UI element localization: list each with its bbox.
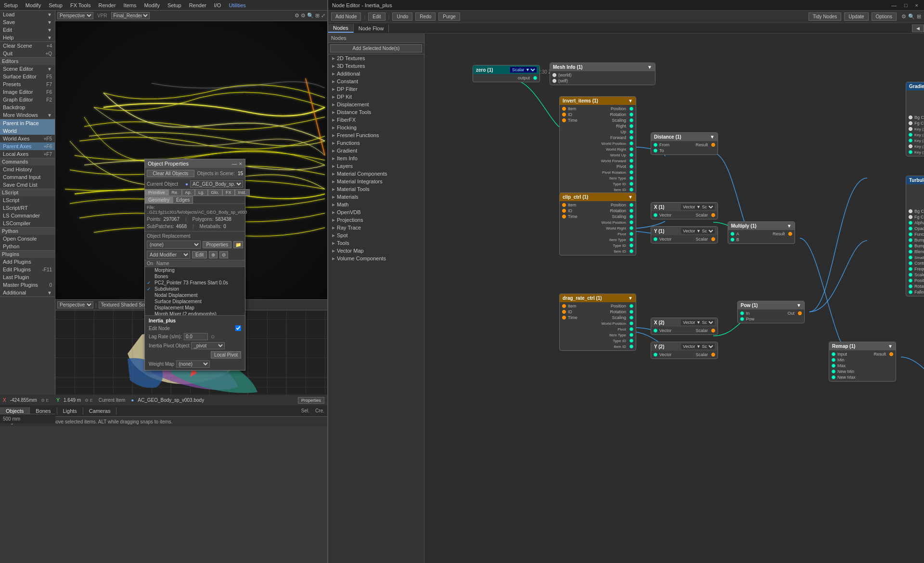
- expand-drag[interactable]: ▼: [628, 295, 633, 301]
- tab-primitive[interactable]: Primitive: [145, 189, 168, 196]
- sidebar-item-surface-editor[interactable]: Surface Editor F5: [0, 73, 55, 80]
- node-multiply[interactable]: Multiply (1) ▼ AResult B: [728, 221, 795, 244]
- sidebar-item-graph-editor[interactable]: Add NodeGraph Editor F2: [0, 96, 55, 103]
- weight-map-select[interactable]: (none): [176, 360, 210, 368]
- modifier-del-btn[interactable]: ⊖: [219, 251, 228, 258]
- ne-panel-item-flocking[interactable]: Flocking: [328, 124, 424, 131]
- ne-panel-item-3d[interactable]: 3D Textures: [328, 62, 424, 70]
- node-x1-type[interactable]: Vector ▼ Scalar ▼: [681, 204, 715, 210]
- sidebar-item-lscript[interactable]: LScript: [0, 196, 55, 204]
- ne-icon-settings[interactable]: ⚙: [901, 13, 906, 20]
- sidebar-item-additional[interactable]: Additional ▼: [0, 289, 55, 296]
- sidebar-item-lscompiler[interactable]: LSCompiler: [0, 219, 55, 227]
- node-invert-items[interactable]: Invert_items (1) ▼ ItemPosition IDRotati…: [559, 96, 636, 194]
- sidebar-item-more-windows[interactable]: More Windows ▼: [0, 111, 55, 119]
- ne-canvas[interactable]: X:674 Y:30 Zoom 100%: [424, 34, 924, 563]
- menu-item-setup3[interactable]: Setup: [164, 1, 185, 9]
- node-x1[interactable]: X (1) Vector ▼ Scalar ▼ VectorScalar: [651, 202, 718, 219]
- expand-distance[interactable]: ▼: [710, 134, 715, 140]
- node-drag-rate-ctrl[interactable]: drag_rate_ctrl (1) ▼ ItemPosition IDRota…: [559, 294, 636, 351]
- tab-fx[interactable]: FX: [222, 189, 235, 196]
- properties-timeline-btn[interactable]: Properties: [298, 397, 324, 404]
- sidebar-item-command-input[interactable]: Command Input: [0, 173, 55, 181]
- edit-btn[interactable]: Edit: [192, 251, 207, 258]
- tidy-nodes-btn[interactable]: Tidy Nodes: [808, 13, 841, 21]
- mod-subdivision[interactable]: ✓Subdivision: [145, 286, 245, 292]
- menu-item-utilities[interactable]: Utilities: [225, 1, 249, 9]
- ne-panel-item-dp-filter[interactable]: DP Filter: [328, 85, 424, 93]
- ne-panel-item-projections[interactable]: Projections: [328, 216, 424, 224]
- dialog-minimize[interactable]: —: [232, 161, 237, 166]
- node-distance[interactable]: Distance (1) ▼ FromResult To: [651, 132, 718, 155]
- ne-panel-item-raytrace[interactable]: Ray Trace: [328, 224, 424, 231]
- expand-multiply[interactable]: ▼: [787, 223, 792, 229]
- ne-panel-item-tools[interactable]: Tools: [328, 239, 424, 247]
- node-zero-type[interactable]: Scalar ▼: [510, 67, 537, 73]
- pivot-select[interactable]: _pivot: [191, 342, 225, 349]
- sidebar-item-master-plugins[interactable]: Master Plugins 0: [0, 281, 55, 289]
- node-zero[interactable]: zero (1) Scalar ▼ output: [473, 65, 540, 82]
- sidebar-item-lscript-rt[interactable]: LScript/RT: [0, 204, 55, 212]
- tab-ap[interactable]: Ap.: [182, 189, 195, 196]
- sidebar-item-cmd-history[interactable]: Cmd History: [0, 166, 55, 173]
- ne-panel-item-material-tools[interactable]: Material Tools: [328, 185, 424, 193]
- add-node-btn[interactable]: Add Node: [331, 13, 361, 21]
- ne-panel-item-material-comp[interactable]: Material Components: [328, 170, 424, 178]
- sidebar-item-last-plugin[interactable]: Last Plugin: [0, 273, 55, 281]
- ne-panel-item-constant[interactable]: Constant: [328, 77, 424, 85]
- expand-pow[interactable]: ▼: [796, 303, 801, 308]
- ne-panel-item-displacement[interactable]: Displacement: [328, 101, 424, 108]
- node-gradient[interactable]: Gradient (1) ▼ Bg ColorColor Fg ColorAlp…: [906, 82, 924, 156]
- ne-maximize[interactable]: □: [904, 2, 908, 8]
- menu-item-setup[interactable]: Setup: [0, 1, 22, 9]
- sidebar-item-help[interactable]: Help ▼: [0, 34, 55, 41]
- menu-item-render[interactable]: Render: [95, 1, 120, 9]
- ne-icon-fit[interactable]: ⊞: [917, 13, 921, 20]
- ne-panel-item-material-int[interactable]: Material Integrators: [328, 178, 424, 185]
- subtab-geometry[interactable]: Geometry: [145, 196, 173, 204]
- sidebar-item-quit[interactable]: Quit +Q: [0, 50, 55, 57]
- sidebar-item-backdrop[interactable]: Backdrop: [0, 103, 55, 111]
- sidebar-item-local-axes[interactable]: Local Axes +F7: [0, 150, 55, 158]
- properties-btn[interactable]: Properties: [203, 241, 231, 248]
- lag-rate-icon[interactable]: ⊙: [211, 334, 215, 339]
- menu-item-setup2[interactable]: Setup: [45, 1, 66, 9]
- menu-item-items[interactable]: Items: [120, 1, 141, 9]
- render-select[interactable]: Final_Render: [111, 12, 150, 19]
- tab-cameras[interactable]: Cameras: [83, 407, 117, 415]
- edit-btn-ne[interactable]: Edit: [368, 13, 385, 21]
- node-y1[interactable]: Y (1) Vector ▼ Scalar ▼ VectorScalar: [651, 226, 718, 243]
- modifier-action-btn[interactable]: ⊕: [209, 251, 218, 258]
- sidebar-item-image-editor[interactable]: Image Editor F6: [0, 88, 55, 96]
- node-remap[interactable]: Remap (1) ▼ InputResult Min Max New Min …: [829, 342, 896, 382]
- node-clip-ctrl[interactable]: clip_ctrl (1) ▼ ItemPosition IDRotation …: [559, 192, 636, 256]
- add-to-scene-btn[interactable]: 📁: [233, 241, 243, 248]
- sidebar-item-load[interactable]: Load ▼: [0, 11, 55, 18]
- node-y1-type[interactable]: Vector ▼ Scalar ▼: [681, 228, 715, 234]
- ne-panel-item-spot[interactable]: Spot: [328, 231, 424, 239]
- mod-pc2[interactable]: ✓PC2_Pointer 73 Frames Start 0.0s: [145, 280, 245, 286]
- sidebar-item-parent-in-place[interactable]: Parent in Place: [0, 119, 55, 127]
- subtab-edges[interactable]: Edges: [173, 196, 193, 204]
- sidebar-item-save-cmd-list[interactable]: Save Cmd List: [0, 181, 55, 189]
- menu-item-fxtools[interactable]: FX Tools: [66, 1, 95, 9]
- sidebar-item-edit-plugins[interactable]: Edit Plugins -F11: [0, 266, 55, 273]
- ne-panel-item-fresnel[interactable]: Fresnel Functions: [328, 131, 424, 139]
- icon-camera[interactable]: ⚙: [295, 13, 299, 19]
- dialog-close[interactable]: ×: [239, 161, 242, 166]
- purge-btn[interactable]: Purge: [438, 13, 460, 21]
- icon-fit[interactable]: ⊞: [315, 13, 320, 19]
- menu-item-modify2[interactable]: Modify: [140, 1, 163, 9]
- ne-panel-item-fiberfx[interactable]: FiberFX: [328, 116, 424, 124]
- current-object-select[interactable]: AC_GEO_Body_sp...: [190, 180, 243, 188]
- edit-node-checkbox[interactable]: [235, 325, 241, 331]
- update-btn[interactable]: Update: [844, 13, 868, 21]
- mod-disp-map[interactable]: Displacement Map: [145, 305, 245, 311]
- menu-item-io[interactable]: I/O: [210, 1, 225, 9]
- expand-clip[interactable]: ▼: [628, 194, 633, 200]
- node-y2-type[interactable]: Vector ▼ Scalar ▼: [681, 344, 715, 349]
- ne-panel-item-layers[interactable]: Layers: [328, 162, 424, 170]
- options-btn[interactable]: Options: [872, 13, 897, 21]
- mod-morph-mixer[interactable]: Morph Mixer (2 endomorphs): [145, 311, 245, 315]
- node-x2-type[interactable]: Vector ▼ Scalar ▼: [681, 320, 715, 325]
